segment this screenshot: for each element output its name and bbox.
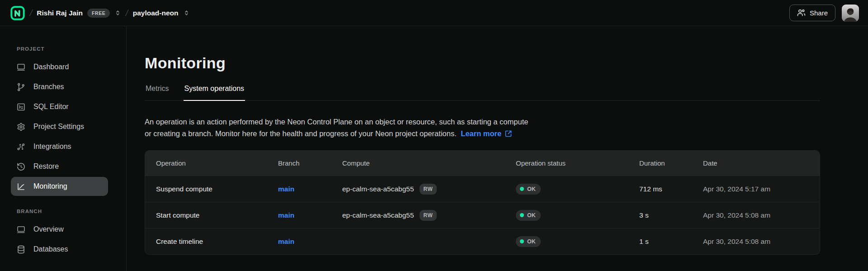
sidebar-item-integrations[interactable]: Integrations xyxy=(11,137,108,156)
neon-logo[interactable] xyxy=(10,5,25,21)
overview-icon xyxy=(16,225,26,234)
breadcrumb-org[interactable]: Rishi Raj Jain FREE xyxy=(37,9,121,18)
branch-link[interactable]: main xyxy=(278,185,294,193)
main-content: Monitoring Metrics System operations An … xyxy=(127,26,868,271)
branch-link[interactable]: main xyxy=(278,238,294,245)
monitoring-chart-icon xyxy=(16,182,26,191)
compute-cell: ep-calm-sea-a5cabg55 RW xyxy=(342,184,516,195)
sidebar-section-branch: BRANCH xyxy=(17,209,126,214)
sidebar-item-overview[interactable]: Overview xyxy=(11,220,108,239)
status-cell: OK xyxy=(516,210,639,221)
sidebar-item-monitoring[interactable]: Monitoring xyxy=(11,177,108,196)
plan-badge: FREE xyxy=(87,9,110,18)
breadcrumb-separator: / xyxy=(125,8,129,18)
compute-name: ep-calm-sea-a5cabg55 xyxy=(342,211,414,219)
col-compute: Compute xyxy=(342,159,516,167)
share-label: Share xyxy=(810,9,828,17)
status-badge: OK xyxy=(516,210,541,221)
table-row: Create timeline main OK 1 s Apr 30, 2024… xyxy=(145,228,820,254)
sidebar-item-dashboard[interactable]: Dashboard xyxy=(11,57,108,76)
compute-cell: ep-calm-sea-a5cabg55 RW xyxy=(342,210,516,221)
tab-bar: Metrics System operations xyxy=(145,85,820,101)
operation-cell: Start compute xyxy=(145,211,278,219)
sidebar-item-label: Monitoring xyxy=(33,182,67,190)
status-label: OK xyxy=(527,212,536,219)
learn-more-label: Learn more xyxy=(461,128,501,139)
neon-logo-icon xyxy=(10,6,25,20)
avatar-portrait xyxy=(842,5,859,22)
col-operation-status: Operation status xyxy=(516,159,639,167)
breadcrumb-separator: / xyxy=(29,8,33,18)
chevron-updown-icon xyxy=(183,10,190,16)
operation-cell: Create timeline xyxy=(145,238,278,246)
sidebar: PROJECT Dashboard Branches SQL Editor Pr… xyxy=(0,26,127,271)
sidebar-item-label: SQL Editor xyxy=(33,103,69,111)
learn-more-link[interactable]: Learn more xyxy=(461,128,512,139)
sidebar-item-label: Branches xyxy=(33,83,64,91)
description-line-2: or creating a branch. Monitor here for t… xyxy=(145,129,457,138)
date-cell: Apr 30, 2024 5:08 am xyxy=(703,238,820,246)
sidebar-item-label: Dashboard xyxy=(33,63,69,71)
integrations-icon xyxy=(16,142,26,152)
git-branch-icon xyxy=(16,82,26,92)
rw-badge: RW xyxy=(420,210,437,221)
description-line-1: An operation is an action performed by t… xyxy=(145,118,528,126)
external-link-icon xyxy=(505,130,512,138)
share-button[interactable]: Share xyxy=(789,5,835,21)
status-badge: OK xyxy=(516,184,541,195)
branch-link[interactable]: main xyxy=(278,211,294,219)
date-cell: Apr 30, 2024 5:17 am xyxy=(703,185,820,193)
table-row: Start compute main ep-calm-sea-a5cabg55 … xyxy=(145,202,820,228)
dashboard-icon xyxy=(16,62,26,72)
col-date: Date xyxy=(703,159,820,167)
users-icon xyxy=(797,9,806,17)
sidebar-section-project: PROJECT xyxy=(17,46,126,52)
status-label: OK xyxy=(527,186,536,192)
gear-icon xyxy=(16,122,26,132)
col-operation: Operation xyxy=(145,159,278,167)
sidebar-item-databases[interactable]: Databases xyxy=(11,240,108,259)
sidebar-item-restore[interactable]: Restore xyxy=(11,157,108,176)
col-duration: Duration xyxy=(639,159,703,167)
table-row: Suspend compute main ep-calm-sea-a5cabg5… xyxy=(145,176,820,202)
user-avatar[interactable] xyxy=(842,5,859,22)
duration-cell: 1 s xyxy=(639,238,703,246)
duration-cell: 3 s xyxy=(639,211,703,219)
sidebar-item-branches[interactable]: Branches xyxy=(11,77,108,96)
operations-description: An operation is an action performed by t… xyxy=(145,116,868,139)
sidebar-item-label: Project Settings xyxy=(33,123,84,131)
breadcrumb-project[interactable]: payload-neon xyxy=(133,9,190,17)
col-branch: Branch xyxy=(278,159,342,167)
org-name: Rishi Raj Jain xyxy=(37,9,83,17)
sidebar-item-label: Integrations xyxy=(33,143,71,151)
status-badge: OK xyxy=(516,236,541,247)
status-label: OK xyxy=(527,238,536,245)
duration-cell: 712 ms xyxy=(639,185,703,193)
project-name: payload-neon xyxy=(133,9,179,17)
rw-badge: RW xyxy=(420,184,437,195)
tab-system-operations[interactable]: System operations xyxy=(184,85,245,100)
table-header-row: Operation Branch Compute Operation statu… xyxy=(145,151,820,176)
chevron-updown-icon xyxy=(114,10,121,16)
sidebar-item-project-settings[interactable]: Project Settings xyxy=(11,117,108,136)
tab-metrics[interactable]: Metrics xyxy=(145,85,170,100)
status-ok-dot-icon xyxy=(520,239,524,243)
status-cell: OK xyxy=(516,236,639,247)
history-icon xyxy=(16,162,26,171)
operation-cell: Suspend compute xyxy=(145,185,278,193)
sidebar-item-label: Overview xyxy=(33,225,64,233)
page-title: Monitoring xyxy=(145,54,868,72)
operations-table: Operation Branch Compute Operation statu… xyxy=(145,150,820,255)
sql-editor-icon xyxy=(16,102,26,112)
date-cell: Apr 30, 2024 5:08 am xyxy=(703,211,820,219)
database-icon xyxy=(16,245,26,254)
compute-name: ep-calm-sea-a5cabg55 xyxy=(342,185,414,193)
top-header: / Rishi Raj Jain FREE / payload-neon Sha… xyxy=(0,0,868,26)
status-ok-dot-icon xyxy=(520,213,524,217)
status-ok-dot-icon xyxy=(520,187,524,191)
status-cell: OK xyxy=(516,184,639,195)
sidebar-item-sql-editor[interactable]: SQL Editor xyxy=(11,97,108,116)
sidebar-item-label: Restore xyxy=(33,162,59,171)
sidebar-item-label: Databases xyxy=(33,245,68,253)
